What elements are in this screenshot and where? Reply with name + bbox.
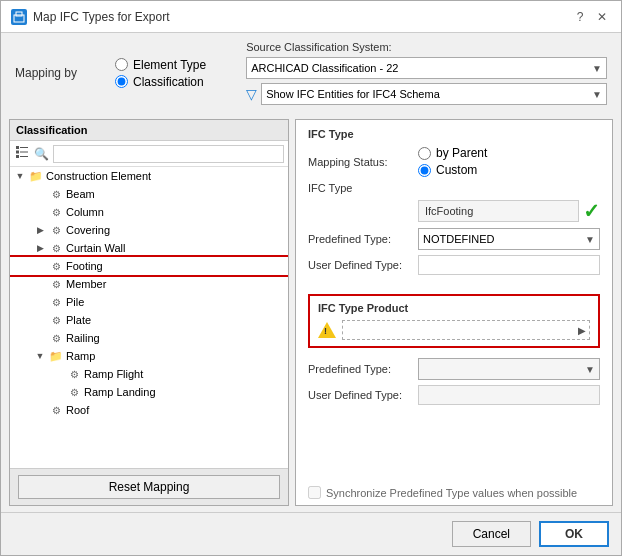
tree-item-member[interactable]: ▶ ⚙ Member xyxy=(10,275,288,293)
tree-item-covering[interactable]: ▶ ⚙ Covering xyxy=(10,221,288,239)
ifc-type-title: IFC Type xyxy=(308,128,600,140)
cancel-button[interactable]: Cancel xyxy=(452,521,531,547)
mapping-radio-group: Element Type Classification xyxy=(115,58,206,89)
search-input[interactable] xyxy=(53,145,284,163)
predefined-type-dropdown1-arrow: ▼ xyxy=(585,234,595,245)
tree-item-column[interactable]: ▶ ⚙ Column xyxy=(10,203,288,221)
sync-checkbox[interactable] xyxy=(308,486,321,499)
ifc-product-title: IFC Type Product xyxy=(318,302,590,314)
tree-item-ramp[interactable]: ▼ 📁 Ramp xyxy=(10,347,288,365)
tree-label-beam: Beam xyxy=(66,188,95,200)
user-defined-input1[interactable] xyxy=(418,255,600,275)
classification-option[interactable]: Classification xyxy=(115,75,206,89)
tree-item-curtain-wall[interactable]: ▶ ⚙ Curtain Wall xyxy=(10,239,288,257)
reset-mapping-button[interactable]: Reset Mapping xyxy=(18,475,280,499)
ifc-type-label-row: IFC Type xyxy=(308,182,600,194)
source-dropdown2-value: Show IFC Entities for IFC4 Schema xyxy=(266,88,440,100)
mapping-status-row: Mapping Status: by Parent Custom xyxy=(308,146,600,177)
svg-rect-3 xyxy=(16,151,19,154)
tree-label-roof: Roof xyxy=(66,404,89,416)
svg-rect-4 xyxy=(16,155,19,158)
tree-label-footing: Footing xyxy=(66,260,103,272)
predefined-type-label2: Predefined Type: xyxy=(308,363,418,375)
product-input[interactable]: ▶ xyxy=(342,320,590,340)
reset-area: Reset Mapping xyxy=(10,468,288,505)
tree-item-pile[interactable]: ▶ ⚙ Pile xyxy=(10,293,288,311)
tree-label-construction: Construction Element xyxy=(46,170,151,182)
source-dropdown2[interactable]: Show IFC Entities for IFC4 Schema ▼ xyxy=(261,83,607,105)
tree-item-footing[interactable]: ▶ ⚙ Footing xyxy=(10,257,288,275)
predefined-type-dropdown2[interactable]: ▼ xyxy=(418,358,600,380)
element-type-option[interactable]: Element Type xyxy=(115,58,206,72)
predefined-type-dropdown1[interactable]: NOTDEFINED ▼ xyxy=(418,228,600,250)
element-icon-covering: ⚙ xyxy=(48,222,64,238)
source-section: Source Classification System: ARCHICAD C… xyxy=(246,41,607,105)
folder-icon-construction: 📁 xyxy=(28,168,44,184)
sync-label: Synchronize Predefined Type values when … xyxy=(326,487,577,499)
tree-view-icon xyxy=(15,145,29,159)
source-dropdown1[interactable]: ARCHICAD Classification - 22 ▼ xyxy=(246,57,607,79)
tree-label-railing: Railing xyxy=(66,332,100,344)
tree-label-pile: Pile xyxy=(66,296,84,308)
status-radio-group: by Parent Custom xyxy=(418,146,487,177)
ifc-type-box[interactable]: IfcFooting xyxy=(418,200,579,222)
tree-label-curtain-wall: Curtain Wall xyxy=(66,242,126,254)
tree-label-plate: Plate xyxy=(66,314,91,326)
title-bar: Map IFC Types for Export ? ✕ xyxy=(1,1,621,33)
custom-radio[interactable] xyxy=(418,164,431,177)
element-icon-column: ⚙ xyxy=(48,204,64,220)
predefined-type-value1: NOTDEFINED xyxy=(423,233,495,245)
custom-option[interactable]: Custom xyxy=(418,163,487,177)
element-type-radio[interactable] xyxy=(115,58,128,71)
user-defined-row1: User Defined Type: xyxy=(308,255,600,275)
element-icon-ramp-flight: ⚙ xyxy=(66,366,82,382)
tree-area[interactable]: ▼ 📁 Construction Element ▶ ⚙ Beam ▶ ⚙ Co… xyxy=(10,167,288,468)
classification-radio[interactable] xyxy=(115,75,128,88)
svg-rect-2 xyxy=(16,146,19,149)
element-icon-member: ⚙ xyxy=(48,276,64,292)
svg-rect-7 xyxy=(20,156,28,157)
product-fields-section: Predefined Type: ▼ User Defined Type: xyxy=(296,354,612,418)
filter-row: ▽ Show IFC Entities for IFC4 Schema ▼ xyxy=(246,83,607,105)
expand-curtain-wall[interactable]: ▶ xyxy=(34,242,46,254)
source-dropdown1-arrow: ▼ xyxy=(592,63,602,74)
element-icon-curtain-wall: ⚙ xyxy=(48,240,64,256)
element-icon-pile: ⚙ xyxy=(48,294,64,310)
expand-construction[interactable]: ▼ xyxy=(14,170,26,182)
dialog-title: Map IFC Types for Export xyxy=(33,10,170,24)
element-type-label: Element Type xyxy=(133,58,206,72)
ifc-type-input-row: IfcFooting ✓ xyxy=(308,199,600,223)
element-icon-plate: ⚙ xyxy=(48,312,64,328)
tree-item-ramp-landing[interactable]: ▶ ⚙ Ramp Landing xyxy=(10,383,288,401)
left-panel-header: Classification xyxy=(10,120,288,141)
help-button[interactable]: ? xyxy=(571,8,589,26)
tree-item-railing[interactable]: ▶ ⚙ Railing xyxy=(10,329,288,347)
expand-covering[interactable]: ▶ xyxy=(34,224,46,236)
user-defined-input2[interactable] xyxy=(418,385,600,405)
source-label: Source Classification System: xyxy=(246,41,607,53)
mapping-status-label: Mapping Status: xyxy=(308,156,418,168)
tree-item-construction[interactable]: ▼ 📁 Construction Element xyxy=(10,167,288,185)
tree-item-beam[interactable]: ▶ ⚙ Beam xyxy=(10,185,288,203)
by-parent-option[interactable]: by Parent xyxy=(418,146,487,160)
source-dropdown2-arrow: ▼ xyxy=(592,89,602,100)
predefined-type-row1: Predefined Type: NOTDEFINED ▼ xyxy=(308,228,600,250)
custom-label: Custom xyxy=(436,163,477,177)
right-panel: IFC Type Mapping Status: by Parent Custo… xyxy=(295,119,613,506)
close-button[interactable]: ✕ xyxy=(593,8,611,26)
by-parent-radio[interactable] xyxy=(418,147,431,160)
app-icon xyxy=(11,9,27,25)
tree-item-ramp-flight[interactable]: ▶ ⚙ Ramp Flight xyxy=(10,365,288,383)
expand-ramp[interactable]: ▼ xyxy=(34,350,46,362)
tree-label-ramp-landing: Ramp Landing xyxy=(84,386,156,398)
check-icon: ✓ xyxy=(583,199,600,223)
ok-button[interactable]: OK xyxy=(539,521,609,547)
tree-item-roof[interactable]: ▶ ⚙ Roof xyxy=(10,401,288,419)
tree-view-button[interactable] xyxy=(14,144,30,163)
search-button[interactable]: 🔍 xyxy=(33,146,50,162)
mapping-label: Mapping by xyxy=(15,66,85,80)
ifc-product-row: ▶ xyxy=(318,320,590,340)
warning-icon xyxy=(318,322,336,338)
by-parent-label: by Parent xyxy=(436,146,487,160)
tree-item-plate[interactable]: ▶ ⚙ Plate xyxy=(10,311,288,329)
